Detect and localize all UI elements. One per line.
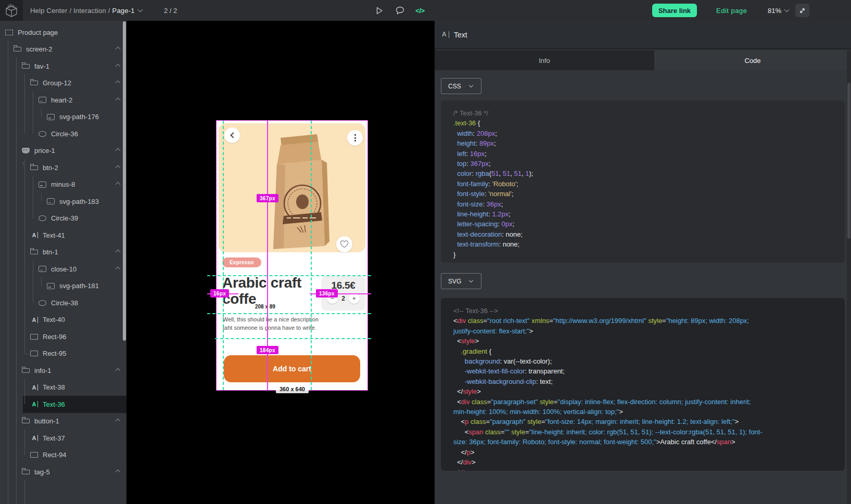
code-line: <style> [453, 336, 839, 346]
app-logo[interactable] [0, 0, 23, 21]
layer-row-svg-path-183[interactable]: svg-path-183 [0, 193, 126, 210]
zoom-level-control[interactable]: 81% [768, 0, 789, 21]
code-line: -webkit-text-fill-color: transparent; [453, 366, 839, 376]
layer-row-text-37[interactable]: AText-37 [0, 430, 126, 447]
collapse-chevron-icon[interactable] [116, 165, 121, 170]
layer-row-screen-2[interactable]: screen-2 [0, 41, 126, 58]
measure-badge-top: 367px [257, 194, 278, 202]
sidebar-scrollbar[interactable] [123, 21, 126, 341]
top-bar: Help Center / Interaction / Page-1 2 / 2… [0, 0, 851, 21]
folder-icon [14, 47, 21, 51]
breadcrumb[interactable]: Help Center / Interaction / Page-1 [30, 0, 142, 21]
layer-label: btn-1 [43, 248, 58, 256]
layer-label: Text-37 [43, 434, 65, 442]
layer-row-text-41[interactable]: AText-41 [0, 227, 126, 244]
share-link-button[interactable]: Share link [652, 4, 697, 17]
collapse-chevron-icon[interactable] [116, 47, 121, 52]
layer-row-close-10[interactable]: close-10 [0, 261, 126, 278]
inspector-scrollbar[interactable] [847, 50, 851, 504]
play-button[interactable] [372, 0, 387, 21]
inspector-panel: A Text Info Code CSS /* Text-36 */.text-… [435, 21, 851, 504]
layer-row-button-1[interactable]: button-1 [0, 413, 126, 430]
svg-file-icon [39, 182, 46, 188]
plus-button[interactable]: + [349, 293, 360, 304]
instance-arrow-icon: ↑ [22, 160, 25, 166]
inspector-title: Text [454, 31, 467, 39]
layer-row-svg-path-176[interactable]: svg-path-176 [0, 109, 126, 126]
product-description: Well, this should be a nice description … [223, 316, 319, 332]
layer-row-heart-2[interactable]: heart-2 [0, 92, 126, 109]
text-icon: A [30, 232, 38, 238]
layer-row-text-38[interactable]: AText-38 [0, 379, 126, 396]
collapse-chevron-icon[interactable] [116, 63, 121, 69]
layer-row-tag-5[interactable]: tag-5 [0, 463, 126, 481]
collapse-chevron-icon[interactable] [116, 97, 121, 102]
product-tag[interactable]: Expresso [222, 257, 261, 267]
quantity-value: 2 [341, 295, 345, 302]
scrollbar-thumb[interactable] [847, 83, 850, 239]
layer-row-rect-94[interactable]: Rect-94 [0, 447, 126, 464]
layer-label: Text-38 [43, 383, 65, 391]
coffee-bag-image [263, 130, 333, 254]
css-format-select[interactable]: CSS [441, 78, 481, 94]
tab-code[interactable]: Code [654, 50, 851, 70]
collapse-chevron-icon[interactable] [116, 148, 121, 153]
layer-label: close-10 [51, 265, 77, 273]
layer-row-minus-8[interactable]: minus-8 [0, 176, 126, 193]
layer-row-btn-2[interactable]: btn-2 [0, 159, 126, 176]
layer-label: svg-path-181 [59, 282, 99, 290]
code-line: /* Text-36 */ [453, 108, 839, 118]
collapse-chevron-icon[interactable] [116, 81, 121, 86]
css-select-value: CSS [448, 83, 461, 90]
fullscreen-button[interactable] [795, 4, 809, 17]
layer-row-text-40[interactable]: AText-40 [0, 312, 126, 329]
text-layer-icon: A [442, 31, 449, 38]
layer-row-price-1[interactable]: price-1 [0, 143, 126, 160]
layer-row-text-36[interactable]: AText-36 [0, 396, 126, 413]
favorite-button[interactable] [336, 236, 352, 252]
tree-guide-line [24, 159, 25, 354]
tree-guide-line [24, 430, 25, 455]
back-button[interactable] [224, 127, 240, 143]
guide-line [207, 313, 371, 314]
inspector-header: A Text [435, 21, 851, 49]
code-mode-button[interactable]: </> [412, 0, 428, 21]
layer-label: price-1 [34, 147, 55, 154]
tree-guide-line [41, 277, 42, 286]
collapse-chevron-icon[interactable] [116, 368, 121, 373]
layer-row-fav-1[interactable]: fav-1 [0, 58, 126, 75]
code-line: width: 208px; [453, 128, 839, 138]
svg-file-icon [47, 198, 55, 204]
comments-button[interactable] [392, 0, 408, 21]
collapse-chevron-icon[interactable] [116, 266, 121, 272]
text-icon: A [30, 435, 38, 441]
layer-row-svg-path-181[interactable]: svg-path-181 [0, 278, 126, 295]
layer-row-btn-1[interactable]: btn-1 [0, 244, 126, 261]
product-title: Arabic craft coffe [222, 275, 321, 307]
svg-format-select[interactable]: SVG [441, 273, 481, 289]
kebab-menu-button[interactable] [347, 130, 363, 146]
code-line: font-family: 'Roboto'; [453, 179, 839, 189]
layer-row-product page[interactable]: Product page [0, 24, 126, 41]
layer-row-group-12[interactable]: Group-12 [0, 75, 126, 92]
tab-info[interactable]: Info [435, 50, 654, 70]
heart-icon [340, 240, 349, 248]
design-canvas[interactable]: Expresso Arabic craft coffe 208 x 89 Wel… [126, 21, 435, 504]
tree-guide-line [24, 379, 25, 404]
layer-row-circle-36[interactable]: Circle-36 [0, 125, 126, 143]
collapse-chevron-icon[interactable] [116, 182, 121, 187]
layer-row-circle-39[interactable]: Circle-39 [0, 210, 126, 227]
layer-row-circle-38[interactable]: Circle-38 [0, 294, 126, 312]
mockup-frame[interactable]: Expresso Arabic craft coffe 208 x 89 Wel… [217, 121, 367, 390]
code-line: <div class="root rich-text" xmlns="http:… [453, 316, 839, 326]
folder-icon [30, 165, 38, 170]
add-to-cart-button[interactable]: Add to cart [224, 355, 360, 382]
layer-label: fav-1 [34, 62, 49, 70]
collapse-chevron-icon[interactable] [116, 469, 121, 474]
collapse-chevron-icon[interactable] [116, 250, 121, 255]
layer-row-rect-95[interactable]: Rect-95 [0, 345, 126, 363]
edit-page-link[interactable]: Edit page [716, 0, 747, 21]
layer-row-info-1[interactable]: info-1 [0, 362, 126, 379]
collapse-chevron-icon[interactable] [116, 419, 121, 424]
layer-row-rect-96[interactable]: Rect-96 [0, 328, 126, 345]
